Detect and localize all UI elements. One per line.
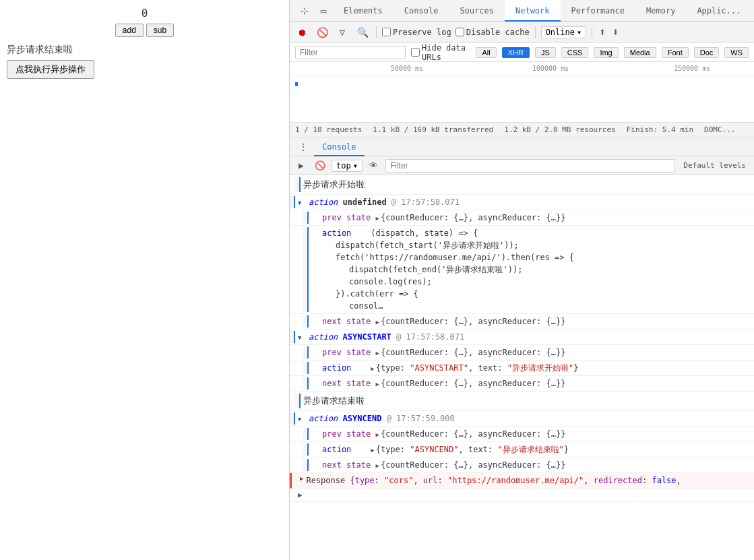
counter-display: 0 [142,7,148,20]
network-filter-input[interactable] [295,46,406,59]
nextstate-expand[interactable] [375,318,379,325]
asyncstart-nextstate-content: next state {countReducer: {…}, asyncRedu… [322,377,749,390]
asyncend-action-line: action {type: "ASYNCEND", text: "异步请求结束啦… [290,442,754,458]
asyncstart-nextstate: next state {countReducer: {…}, asyncRedu… [290,376,754,392]
asyncstart-nextstate-expand[interactable] [375,380,379,387]
disable-cache-label[interactable]: Disable cache [455,28,530,37]
search-button[interactable]: 🔍 [354,24,371,40]
filter-button[interactable]: ▽ [334,24,350,40]
preserve-log-text: Preserve log [393,28,451,37]
clear-console-icon[interactable]: 🚫 [313,158,327,173]
tab-console[interactable]: Console [394,0,449,22]
async-start-text: 异步请求开始啦 [303,177,365,192]
console-filter-input[interactable] [385,159,675,173]
asyncend-prevstate-expand[interactable] [375,431,379,438]
devtools-panel: ⊹ ▭ Elements Console Sources Network Per… [290,0,754,560]
network-toolbar: ⏺ 🚫 ▽ 🔍 Preserve log Disable cache Onlin… [290,22,754,43]
network-timeline: 50000 ms 100000 ms 150000 ms [290,62,754,123]
filter-doc[interactable]: Doc [694,47,720,58]
action-undefined-prevstate: prev state {countReducer: {…}, asyncRedu… [290,210,754,226]
status-domc: DOMC... [704,125,735,134]
status-requests: 1 / 10 requests [295,125,362,134]
timeline-bars [290,75,754,123]
network-filter-bar: Hide data URLs All XHR JS CSS Img Media … [290,43,754,62]
console-output: 异步请求开始啦 action undefined @ 17:57:58.071 … [290,175,754,560]
default-levels-button[interactable]: Default levels [679,161,750,170]
eye-icon[interactable]: 👁 [367,158,381,173]
record-button[interactable]: ⏺ [294,24,310,40]
separator3 [592,26,592,38]
gutter [290,196,295,208]
hide-data-urls-checkbox[interactable] [411,48,420,57]
asyncstart-action-line: action {type: "ASYNCSTART", text: "异步请求开… [290,361,754,376]
expand-asyncend[interactable] [298,412,309,423]
run-icon[interactable]: ▶ [294,158,309,173]
filter-img[interactable]: Img [594,47,618,58]
console-bottom-arrow: ▶ [290,489,754,502]
timeline-mark-2: 100000 ms [532,65,569,72]
throttle-select[interactable]: Online ▾ [541,26,587,38]
asyncstart-action-expand[interactable] [371,365,374,372]
asyncstart-prevstate-content: prev state {countReducer: {…}, asyncRedu… [322,346,749,359]
tab-application[interactable]: Applic... [686,0,751,22]
disable-cache-checkbox[interactable] [455,28,464,36]
gutter [303,459,309,471]
gutter [290,331,295,343]
async-action-button[interactable]: 点我执行异步操作 [7,60,94,79]
asyncend-action-expand[interactable] [371,446,374,454]
disable-cache-text: Disable cache [466,28,530,37]
expand-asyncstart[interactable] [298,331,309,342]
filter-ws[interactable]: WS [724,47,749,58]
context-label: top [336,161,351,170]
filter-xhr[interactable]: XHR [502,47,530,58]
add-button[interactable]: add [115,24,144,37]
status-resources: 1.2 kB / 2.0 MB resources [504,125,616,134]
asyncstart-prevstate-expand[interactable] [375,349,379,356]
filter-font[interactable]: Font [662,47,689,58]
gutter [303,315,309,328]
gutter [303,377,309,390]
asyncstart-content: action ASYNCSTART @ 17:57:58.071 [309,331,749,343]
timeline-bar-1 [295,82,298,86]
async-end-display: 异步请求结束啦 [303,394,365,408]
response-expand[interactable] [300,474,303,482]
tab-elements[interactable]: Elements [333,0,394,22]
console-toolbar: ▶ 🚫 top ▾ 👁 Default levels [290,156,754,175]
gutter [303,346,309,359]
console-tab[interactable]: Console [314,137,365,156]
import-button[interactable]: ⬆ [598,26,607,38]
asyncend-prevstate-content: prev state {countReducer: {…}, asyncRedu… [322,428,749,440]
filter-css[interactable]: CSS [561,47,589,58]
hide-data-urls-text: Hide data URLs [422,43,470,62]
preserve-log-checkbox[interactable] [382,28,391,36]
separator1 [376,26,377,38]
tab-performance[interactable]: Performance [561,0,635,22]
tab-sources[interactable]: Sources [449,0,505,22]
status-transferred: 1.1 kB / 169 kB transferred [373,125,493,134]
gutter [303,362,309,374]
gutter [295,394,301,408]
hide-data-urls-label[interactable]: Hide data URLs [411,43,470,62]
context-selector[interactable]: top ▾ [332,160,363,172]
export-button[interactable]: ⬇ [611,26,621,38]
filter-js[interactable]: JS [535,47,556,58]
inspect-icon[interactable]: ⊹ [295,1,314,20]
expand-action-undefined[interactable] [298,196,309,207]
sub-button[interactable]: sub [146,24,174,37]
prevstate-expand[interactable] [375,214,379,222]
gutter [303,428,309,440]
preserve-log-label[interactable]: Preserve log [382,28,451,37]
responsive-icon[interactable]: ▭ [314,1,333,20]
timeline-ruler: 50000 ms 100000 ms 150000 ms [290,62,754,75]
tab-network[interactable]: Network [505,0,561,22]
clear-button[interactable]: 🚫 [314,24,330,40]
filter-all[interactable]: All [476,47,496,58]
status-finish: Finish: 5.4 min [627,125,693,134]
console-more-icon[interactable]: ⋮ [295,139,311,155]
bottom-expand-arrow[interactable]: ▶ [298,491,303,499]
tab-memory[interactable]: Memory [635,0,686,22]
asyncend-nextstate-expand[interactable] [375,462,379,469]
filter-media[interactable]: Media [624,47,656,58]
console-tab-bar: ⋮ Console [290,137,754,156]
left-panel: 0 add sub 异步请求结束啦 点我执行异步操作 [0,0,290,560]
